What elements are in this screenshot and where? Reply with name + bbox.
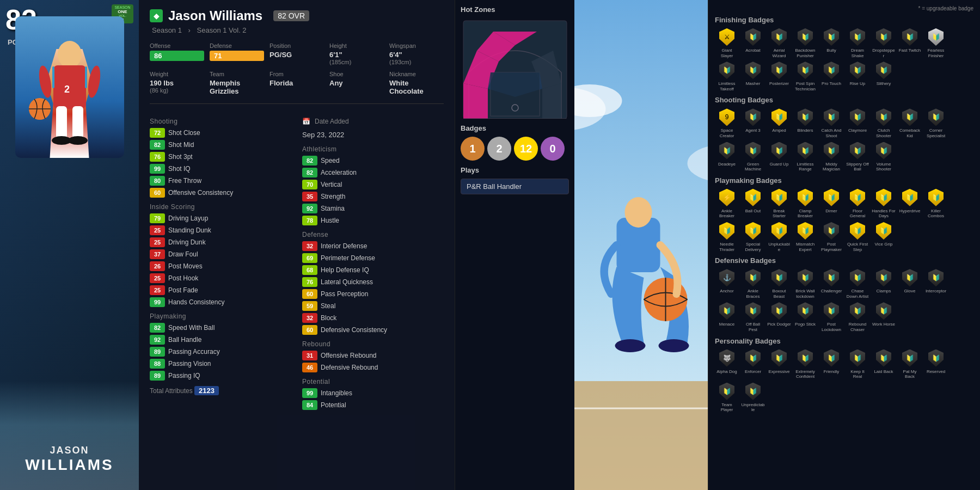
playmaking-badges-grid: ⚡ Ankle Breaker 🔰 Ball Out 🔰 Break Start… xyxy=(715,188,973,252)
driving-dunk-row: 25 Driving Dunk xyxy=(150,237,291,247)
lateral-label: Lateral Quickness xyxy=(321,278,373,286)
badge-special-delivery: 🔰 Special Delivery xyxy=(741,221,765,252)
weight-stat: Weight 190 lbs (86 kg) xyxy=(150,71,204,95)
passing-vis-badge: 88 xyxy=(150,359,165,369)
ball-handle-label: Ball Handle xyxy=(168,336,201,344)
off-reb-badge: 31 xyxy=(302,351,317,360)
badge-giant-slayer: ⚔ Giant Slayer xyxy=(715,27,739,58)
left-attr-col: Shooting 72 Shot Close 82 Shot Mid 76 Sh… xyxy=(150,112,291,412)
badges-title: Badges xyxy=(461,124,569,132)
hot-zones-panel: Hot Zones xyxy=(455,0,574,490)
badge-clamps: 🔰 Clamps xyxy=(872,268,896,299)
badge-alpha-dog: 🐺 Alpha Dog xyxy=(715,348,739,379)
help-defense-badge: 68 xyxy=(302,265,317,275)
badge-dropstepper: 🔰 Dropstepper xyxy=(872,27,896,58)
standing-dunk-badge: 25 xyxy=(150,225,165,235)
svg-rect-15 xyxy=(491,72,540,116)
shot-mid-label: Shot Mid xyxy=(168,141,194,149)
badge-work-horse: 🔰 Work Horse xyxy=(872,301,896,332)
badge-friendly: 🔰 Friendly xyxy=(819,348,843,379)
free-throw-row: 80 Free Throw xyxy=(150,176,291,186)
wingspan-stat: Wingspan 6'4" (193cm) xyxy=(389,42,444,65)
block-label: Block xyxy=(321,314,336,322)
steal-row: 59 Steal xyxy=(302,301,444,311)
badge-unpredictable: 🔰 Unpredictable xyxy=(741,382,765,413)
draw-foul-label: Draw Foul xyxy=(168,250,198,258)
svg-rect-8 xyxy=(72,106,83,139)
off-consistency-badge: 60 xyxy=(150,188,165,198)
badge-guard-up: 🔰 Guard Up xyxy=(767,141,791,172)
hustle-row: 78 Hustle xyxy=(302,216,444,225)
playmaking-badges-title: Playmaking Badges xyxy=(715,176,973,185)
svg-point-26 xyxy=(615,339,646,352)
player-silhouette: 2 xyxy=(15,16,124,158)
per-defense-badge: 69 xyxy=(302,253,317,263)
season2-link[interactable]: Season 1 Vol. 2 xyxy=(197,26,247,34)
def-consistency-badge: 60 xyxy=(302,325,317,335)
standing-dunk-label: Standing Dunk xyxy=(168,226,211,234)
playmaking-title: Playmaking xyxy=(150,313,291,320)
badge-menace: 🔰 Menace xyxy=(715,301,739,332)
plays-section: Plays P&R Ball Handler xyxy=(461,166,569,194)
help-defense-row: 68 Help Defense IQ xyxy=(302,265,444,275)
height-stat: Height 6'1" (185cm) xyxy=(329,42,384,65)
badge-pick-dodger: 🔰 Pick Dodger xyxy=(767,301,791,332)
badge-challenger: 🔰 Challenger xyxy=(819,268,843,299)
upgradeable-note: * = upgradeable badge xyxy=(715,5,973,11)
badge-green-machine: 🔰 Green Machine xyxy=(741,141,765,172)
lateral-badge: 76 xyxy=(302,277,317,287)
potential-badge: 84 xyxy=(302,400,317,410)
badge-enforcer: 🔰 Enforcer xyxy=(741,348,765,379)
pass-perception-label: Pass Perception xyxy=(321,290,368,298)
vertical-row: 70 Vertical xyxy=(302,180,444,189)
shooting-badges-grid: 9 Space Creator 🔰 Agent 3 🔰 Amped 🔰 Blin… xyxy=(715,107,973,171)
badge-glove: 🔰 Glove xyxy=(898,268,922,299)
breadcrumb: Season 1 › Season 1 Vol. 2 xyxy=(150,26,444,34)
badge-ankle-breaker: ⚡ Ankle Breaker xyxy=(715,188,739,219)
stamina-badge: 92 xyxy=(302,204,317,213)
badge-volume-shooter: 🔰 Volume Shooter xyxy=(872,141,896,172)
badge-deadeye: 🔰 Deadeye xyxy=(715,141,739,172)
per-defense-label: Perimeter Defense xyxy=(321,254,375,262)
def-reb-label: Defensive Rebound xyxy=(321,364,378,371)
badge-anchor: ⚓ Anchor xyxy=(715,268,739,299)
date-added: 📅 Date Added xyxy=(302,118,444,125)
passing-iq-row: 89 Passing IQ xyxy=(150,371,291,381)
off-reb-row: 31 Offensive Rebound xyxy=(302,351,444,360)
intangibles-label: Intangibles xyxy=(321,389,352,397)
shot-mid-row: 82 Shot Mid xyxy=(150,140,291,150)
badge-limitless-takeoff: 🔰 Limitless Takeoff xyxy=(715,60,739,91)
svg-point-10 xyxy=(68,136,88,145)
player-last-name: WILLIAMS xyxy=(0,456,139,474)
post-fade-row: 25 Post Fade xyxy=(150,285,291,295)
inside-scoring-title: Inside Scoring xyxy=(150,203,291,211)
badge-pat-my-back: 🔰 Pat My Back xyxy=(898,348,922,379)
post-hook-badge: 25 xyxy=(150,273,165,283)
potential-row: 84 Potential xyxy=(302,400,444,410)
svg-point-6 xyxy=(85,65,102,99)
badges-panel: * = upgradeable badge Finishing Badges ⚔… xyxy=(708,0,980,490)
season1-link[interactable]: Season 1 xyxy=(152,26,182,34)
speed-label: Speed xyxy=(321,157,340,164)
badge-comeback-kid: 🔰 Comeback Kid xyxy=(898,107,922,138)
right-attr-col: 📅 Date Added Sep 23, 2022 Athleticism 82… xyxy=(302,112,444,412)
attributes-section: Shooting 72 Shot Close 82 Shot Mid 76 Sh… xyxy=(150,112,444,412)
stats-panel: ◆ Jason Williams 82 OVR Season 1 › Seaso… xyxy=(139,0,455,490)
passing-vis-label: Passing Vision xyxy=(168,360,211,367)
svg-rect-3 xyxy=(52,66,54,88)
shot-3pt-label: Shot 3pt xyxy=(168,153,193,161)
stamina-row: 92 Stamina xyxy=(302,204,444,213)
driving-layup-label: Driving Layup xyxy=(168,215,208,222)
svg-rect-7 xyxy=(56,106,67,139)
player-name-card: JASON WILLIAMS xyxy=(0,445,139,474)
player-header: ◆ Jason Williams 82 OVR xyxy=(150,8,444,23)
driving-dunk-badge: 25 xyxy=(150,237,165,247)
shot-close-badge: 72 xyxy=(150,128,165,138)
stamina-label: Stamina xyxy=(321,205,345,212)
acceleration-label: Acceleration xyxy=(321,169,357,176)
total-attrs-value: 2123 xyxy=(194,386,219,395)
shoe-stat: Shoe Any xyxy=(329,71,384,95)
hot-zones-title: Hot Zones xyxy=(461,5,569,14)
cloud-background xyxy=(0,381,139,490)
steal-label: Steal xyxy=(321,302,335,310)
